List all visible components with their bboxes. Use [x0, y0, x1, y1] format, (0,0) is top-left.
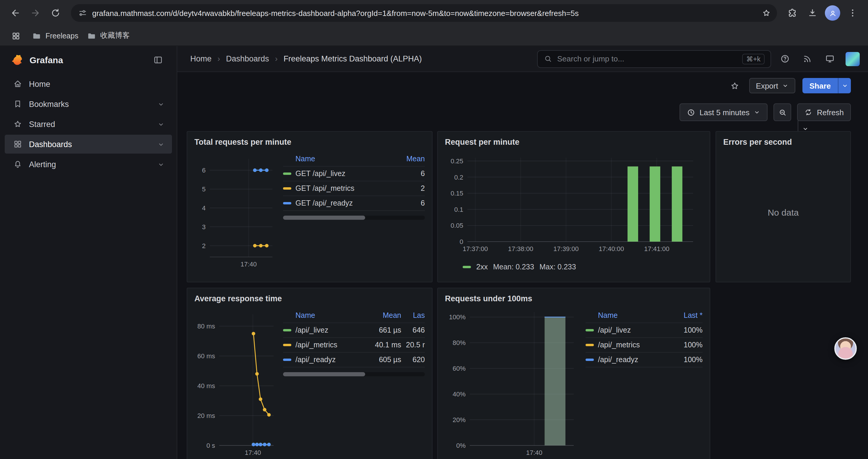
share-menu-chevron[interactable]	[838, 78, 851, 93]
time-range-picker[interactable]: Last 5 minutes	[680, 103, 768, 121]
panel-request-per-minute: Request per minute 00.050.10.150.20.2517…	[437, 131, 710, 282]
panel-title[interactable]: Errors per second	[723, 135, 843, 150]
svg-text:0.1: 0.1	[454, 206, 463, 213]
search-input[interactable]: Search or jump to... ⌘+k	[537, 50, 771, 68]
series-name[interactable]: /api/_readyz	[296, 356, 336, 364]
help-icon[interactable]	[776, 50, 794, 68]
chevron-down-icon[interactable]	[157, 120, 165, 128]
url-text[interactable]: grafana.mathmast.com/d/deytv4rwavabkb/fr…	[92, 8, 753, 18]
panel-title[interactable]: Requests under 100ms	[445, 292, 703, 306]
series-name[interactable]: /api/_livez	[296, 326, 328, 334]
breadcrumb-dashboards[interactable]: Dashboards	[226, 54, 269, 63]
sidebar-item-bookmarks[interactable]: Bookmarks	[5, 95, 172, 113]
series-name[interactable]: /api/_readyz	[598, 356, 638, 364]
profile-avatar[interactable]	[823, 4, 842, 23]
bookmark-star-icon[interactable]	[758, 5, 775, 21]
legend-row[interactable]: /api/_livez 100%	[586, 323, 703, 338]
dock-menu-icon[interactable]	[150, 52, 166, 68]
zoom-out-icon	[778, 108, 787, 117]
series-name[interactable]: /api/_livez	[598, 326, 631, 334]
home-icon	[13, 79, 23, 89]
line-chart[interactable]: 0 s20 ms40 ms60 ms80 ms17:40	[194, 306, 278, 459]
series-name[interactable]: GET /api/_readyz	[296, 199, 353, 207]
legend-header-mean[interactable]: Mean	[370, 311, 401, 320]
series-swatch[interactable]	[283, 359, 291, 361]
site-info-icon[interactable]	[78, 8, 88, 18]
bar-chart[interactable]: 00.050.10.150.20.2517:37:0017:38:0017:39…	[445, 150, 703, 259]
share-button[interactable]: Share	[802, 78, 851, 93]
sidebar-item-starred[interactable]: Starred	[5, 114, 172, 133]
refresh-button[interactable]: Refresh	[797, 103, 851, 121]
legend-row[interactable]: GET /api/_metrics 2	[283, 182, 425, 196]
grafana-app: Grafana Home Bookmarks Starred	[0, 46, 868, 459]
rss-icon[interactable]	[798, 50, 816, 68]
chevron-down-icon	[782, 82, 789, 89]
user-avatar[interactable]	[845, 52, 860, 66]
grafana-logo[interactable]	[11, 53, 24, 66]
horizontal-scrollbar[interactable]	[283, 216, 425, 220]
legend-header-mean[interactable]: Mean	[394, 155, 425, 163]
line-chart[interactable]: 2345617:40	[194, 150, 278, 275]
apps-grid-icon[interactable]	[8, 28, 24, 43]
legend-row[interactable]: /api/_readyz 605 µs 620	[283, 353, 425, 367]
panel-title[interactable]: Request per minute	[445, 135, 703, 150]
panel-avg-response-time: Average response time 0 s20 ms40 ms60 ms…	[187, 288, 433, 459]
series-swatch[interactable]	[283, 187, 291, 190]
series-last: 620	[401, 356, 425, 364]
series-name[interactable]: /api/_metrics	[296, 341, 337, 349]
panel-title[interactable]: Total requests per minute	[194, 135, 425, 150]
extensions-icon[interactable]	[783, 4, 802, 23]
bar-chart[interactable]: 0%20%40%60%80%100%17:40	[445, 306, 581, 459]
address-bar[interactable]: grafana.mathmast.com/d/deytv4rwavabkb/fr…	[71, 4, 777, 22]
sidebar: Grafana Home Bookmarks Starred	[0, 46, 177, 459]
legend-header-last[interactable]: Last *	[672, 311, 703, 320]
svg-text:5: 5	[202, 186, 206, 193]
chevron-down-icon[interactable]	[157, 160, 165, 168]
series-swatch[interactable]	[283, 172, 291, 175]
chevron-down-icon[interactable]	[157, 100, 165, 108]
sidebar-item-home[interactable]: Home	[5, 74, 172, 93]
legend-row[interactable]: /api/_readyz 100%	[586, 353, 703, 367]
legend-row[interactable]: /api/_metrics 40.1 ms 20.5 r	[283, 338, 425, 353]
series-name[interactable]: /api/_metrics	[598, 341, 640, 349]
browser-menu-icon[interactable]	[843, 4, 862, 23]
series-swatch[interactable]	[283, 202, 291, 204]
series-name[interactable]: GET /api/_livez	[296, 169, 345, 178]
scrollbar-thumb[interactable]	[283, 216, 365, 220]
chevron-down-icon[interactable]	[157, 140, 165, 148]
series-swatch[interactable]	[283, 344, 291, 346]
legend-header-name[interactable]: Name	[586, 311, 672, 320]
series-swatch[interactable]	[586, 329, 594, 331]
series-swatch[interactable]	[586, 359, 594, 361]
monitor-icon[interactable]	[821, 50, 838, 68]
downloads-icon[interactable]	[803, 4, 822, 23]
series-name[interactable]: GET /api/_metrics	[296, 184, 354, 193]
scrollbar-thumb[interactable]	[283, 372, 365, 376]
favorite-star-icon[interactable]	[727, 78, 742, 93]
legend-row[interactable]: GET /api/_readyz 6	[283, 196, 425, 211]
sidebar-item-dashboards[interactable]: Dashboards	[5, 135, 172, 154]
series-name[interactable]: 2xx	[476, 263, 488, 271]
series-swatch[interactable]	[586, 344, 594, 346]
forward-icon[interactable]	[26, 4, 45, 23]
panel-title[interactable]: Average response time	[194, 292, 425, 306]
legend-header-name[interactable]: Name	[283, 311, 370, 320]
export-button[interactable]: Export	[749, 78, 795, 93]
reload-icon[interactable]	[46, 4, 65, 23]
series-swatch[interactable]	[463, 266, 471, 268]
bookmark-folder-freeleaps[interactable]: Freeleaps	[32, 31, 78, 40]
bookmark-folder-blogs[interactable]: 收藏博客	[87, 31, 130, 41]
zoom-out-button[interactable]	[774, 103, 792, 121]
legend-row[interactable]: /api/_livez 661 µs 646	[283, 323, 425, 338]
legend-header-last[interactable]: Las	[401, 311, 425, 320]
legend-row[interactable]: /api/_metrics 100%	[586, 338, 703, 353]
series-swatch[interactable]	[283, 329, 291, 331]
share-label[interactable]: Share	[802, 78, 838, 93]
sidebar-item-alerting[interactable]: Alerting	[5, 155, 172, 174]
breadcrumb-home[interactable]: Home	[190, 54, 212, 63]
back-icon[interactable]	[6, 4, 25, 23]
legend-header-name[interactable]: Name	[283, 155, 394, 163]
horizontal-scrollbar[interactable]	[283, 372, 425, 376]
assistant-avatar[interactable]	[834, 337, 857, 360]
legend-row[interactable]: GET /api/_livez 6	[283, 167, 425, 182]
